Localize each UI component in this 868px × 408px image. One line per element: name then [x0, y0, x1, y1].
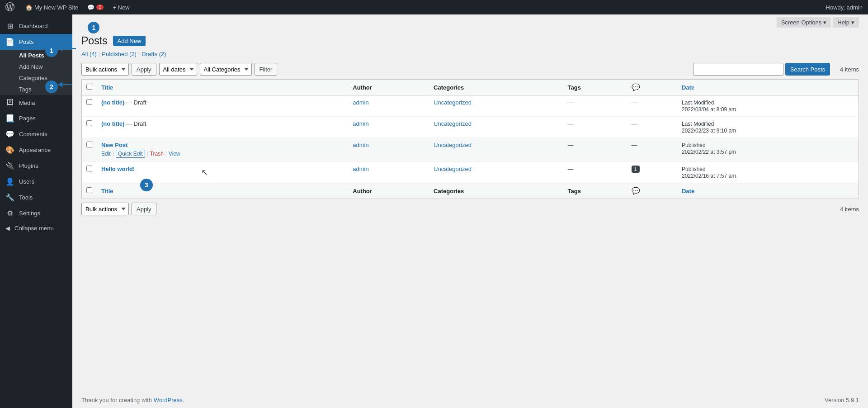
sidebar-item-plugins[interactable]: 🔌 Plugins [0, 158, 72, 174]
row1-date: Last Modified 2022/03/04 at 8:09 am [677, 95, 859, 117]
apply-bottom-button[interactable]: Apply [132, 203, 156, 215]
submenu-add-new[interactable]: Add New [0, 61, 72, 72]
footer-comments: 💬 [627, 183, 677, 199]
footer-author: Author [348, 183, 429, 199]
row1-checkbox[interactable] [86, 99, 92, 105]
header-date[interactable]: Date [677, 80, 859, 95]
row1-author: admin [348, 95, 429, 117]
settings-icon: ⚙ [5, 209, 14, 218]
header-categories: Categories [429, 80, 563, 95]
comments-bar-link[interactable]: 💬 0 [84, 4, 107, 11]
comment-col-icon: 💬 [632, 83, 640, 91]
row2-category: Uncategorized [429, 117, 563, 138]
footer-title[interactable]: Title [97, 183, 348, 199]
filter-published-link[interactable]: Published (2) [102, 51, 137, 57]
header-tags: Tags [563, 80, 627, 95]
media-icon: 🖼 [5, 99, 14, 107]
wordpress-link[interactable]: WordPress [154, 397, 183, 403]
search-posts-button[interactable]: Search Posts [785, 63, 830, 76]
filter-button[interactable]: Filter [255, 63, 278, 76]
row1-cat-link[interactable]: Uncategorized [434, 99, 472, 106]
wp-logo-icon [5, 2, 14, 13]
row4-author-link[interactable]: admin [353, 166, 368, 172]
appearance-icon: 🎨 [5, 146, 14, 154]
row4-title-link[interactable]: Hello world! [101, 166, 135, 172]
select-all-checkbox[interactable] [86, 84, 92, 90]
chevron-down-icon-help: ▾ [851, 19, 854, 26]
sidebar-item-tools[interactable]: 🔧 Tools [0, 190, 72, 205]
tools-icon: 🔧 [5, 193, 14, 202]
sidebar-item-appearance[interactable]: 🎨 Appearance [0, 142, 72, 158]
row2-title-link[interactable]: (no title) — Draft [101, 120, 146, 127]
chevron-down-icon: ▾ [823, 19, 826, 26]
footer-date[interactable]: Date [677, 183, 859, 199]
row2-title-cell: (no title) — Draft [97, 117, 348, 138]
sidebar-item-media[interactable]: 🖼 Media [0, 95, 72, 110]
sidebar-label-dashboard: Dashboard [19, 23, 48, 29]
row4-cat-link[interactable]: Uncategorized [434, 166, 472, 172]
row4-category: Uncategorized [429, 162, 563, 183]
items-count-top: 4 items [840, 66, 859, 73]
row2-author-link[interactable]: admin [353, 120, 368, 127]
sidebar-item-users[interactable]: 👤 Users [0, 174, 72, 190]
row1-check [82, 95, 97, 117]
row3-edit-link[interactable]: Edit [101, 151, 111, 157]
row3-view-link[interactable]: View [169, 151, 180, 157]
submenu-all-posts[interactable]: All Posts [0, 50, 72, 61]
row3-trash-link[interactable]: Trash [150, 151, 164, 157]
collapse-menu[interactable]: ◀ Collapse menu [0, 221, 72, 235]
sidebar-label-posts: Posts [19, 38, 34, 45]
row4-comments: 1 [627, 162, 677, 183]
search-area: Search Posts [693, 63, 830, 76]
dates-filter-select[interactable]: All dates [159, 63, 197, 76]
collapse-icon: ◀ [5, 225, 10, 232]
row1-title-cell: (no title) — Draft [97, 95, 348, 117]
new-content-link[interactable]: + New [109, 4, 133, 11]
sidebar: ⊞ Dashboard 📄 Posts All Posts Add New Ca… [0, 14, 72, 408]
row3-title-link[interactable]: New Post [101, 142, 128, 148]
site-name-link[interactable]: 🏠 My New WP Site [22, 4, 82, 11]
header-comments: 💬 [627, 80, 677, 95]
users-icon: 👤 [5, 177, 14, 186]
page-title-area: Posts Add New 1 [81, 35, 859, 47]
sidebar-item-pages[interactable]: 📃 Pages [0, 110, 72, 126]
screen-options-button[interactable]: Screen Options ▾ [777, 17, 831, 28]
row2-checkbox[interactable] [86, 120, 92, 126]
select-all-bottom-checkbox[interactable] [86, 187, 92, 193]
sidebar-item-dashboard[interactable]: ⊞ Dashboard [0, 18, 72, 34]
comment-count-badge: 1 [632, 166, 640, 173]
row3-quick-edit-link[interactable]: Quick Edit [116, 150, 145, 158]
sidebar-item-posts[interactable]: 📄 Posts [0, 34, 72, 50]
row4-checkbox[interactable] [86, 166, 92, 171]
comment-col-icon-footer: 💬 [632, 187, 640, 195]
submenu-categories[interactable]: Categories [0, 72, 72, 84]
filter-all-link[interactable]: All (4) [81, 51, 97, 57]
submenu-tags[interactable]: Tags [0, 84, 72, 95]
sidebar-label-users: Users [19, 178, 34, 185]
bulk-actions-bottom-select[interactable]: Bulk actions [81, 203, 129, 215]
row3-author-link[interactable]: admin [353, 142, 368, 148]
row1-category: Uncategorized [429, 95, 563, 117]
filter-drafts-link[interactable]: Drafts (2) [142, 51, 166, 57]
row1-author-link[interactable]: admin [353, 99, 368, 106]
row3-checkbox[interactable] [86, 142, 92, 147]
sidebar-label-comments: Comments [19, 131, 47, 138]
row4-check [82, 162, 97, 183]
row1-title-link[interactable]: (no title) — Draft [101, 99, 146, 106]
sidebar-item-settings[interactable]: ⚙ Settings [0, 205, 72, 221]
sidebar-item-comments[interactable]: 💬 Comments [0, 126, 72, 142]
row3-cat-link[interactable]: Uncategorized [434, 142, 472, 148]
header-title[interactable]: Title [97, 80, 348, 95]
footer-tags: Tags [563, 183, 627, 199]
help-button[interactable]: Help ▾ [833, 17, 859, 28]
add-new-button[interactable]: Add New [113, 36, 146, 46]
apply-top-button[interactable]: Apply [132, 63, 156, 76]
table-header-row: Title Author Categories Tags 💬 Date [82, 80, 859, 95]
search-posts-input[interactable] [693, 63, 783, 76]
tablenav-top: Bulk actions Apply All dates All Categor… [81, 63, 859, 76]
bulk-actions-top-select[interactable]: Bulk actions [81, 63, 129, 76]
row2-cat-link[interactable]: Uncategorized [434, 120, 472, 127]
row4-date: Published 2022/02/16 at 7:57 am [677, 162, 859, 183]
categories-filter-select[interactable]: All Categories [200, 63, 252, 76]
row2-check [82, 117, 97, 138]
